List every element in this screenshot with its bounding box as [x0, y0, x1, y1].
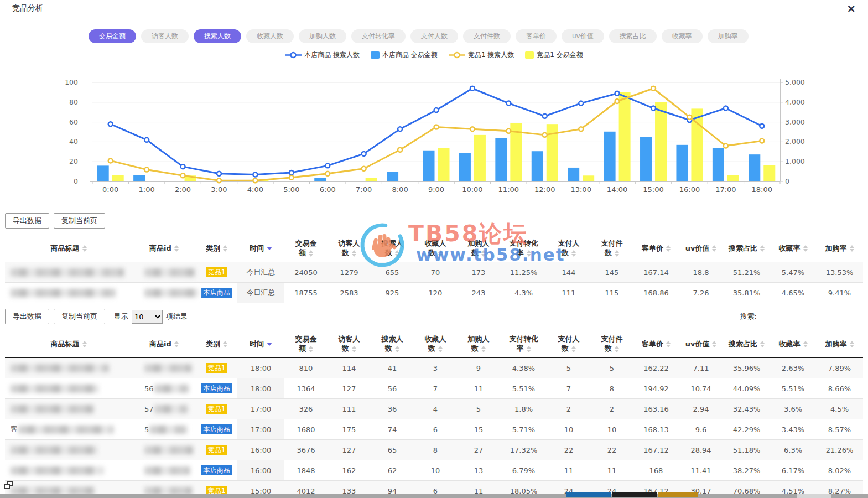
column-header[interactable]: 时间 — [237, 330, 284, 358]
horizontal-scrollbar[interactable] — [0, 494, 868, 498]
filter-button[interactable]: 搜索人数 — [194, 29, 241, 43]
filter-button[interactable]: 搜索占比 — [609, 29, 657, 43]
value-cell: 6.3% — [770, 440, 816, 460]
column-header[interactable]: 加购率 — [816, 330, 863, 358]
product-id-cell — [132, 358, 196, 378]
value-cell: 163.16 — [633, 399, 679, 419]
value-cell: 925 — [371, 283, 414, 303]
filter-button[interactable]: 客单价 — [516, 29, 557, 43]
column-header[interactable]: 收藏率 — [770, 234, 816, 262]
sort-icon — [174, 245, 179, 252]
column-header[interactable]: 搜索人数 — [371, 234, 414, 262]
filter-button[interactable]: 加购人数 — [299, 29, 346, 43]
filter-button[interactable]: 交易金额 — [89, 29, 136, 43]
column-header[interactable]: 交易金额 — [284, 330, 328, 358]
svg-text:8:00: 8:00 — [392, 185, 408, 194]
bottom-bar-segment-black — [612, 492, 657, 497]
column-header[interactable]: 收藏率 — [770, 330, 816, 358]
close-icon[interactable]: × — [846, 3, 856, 14]
value-cell: 162.22 — [633, 358, 679, 378]
value-cell: 11 — [457, 378, 500, 399]
sort-icon — [571, 346, 576, 352]
legend-line-marker — [285, 51, 302, 59]
value-cell: 5 — [590, 358, 633, 378]
svg-text:1:00: 1:00 — [139, 185, 155, 194]
export-data-button[interactable]: 导出数据 — [5, 213, 49, 229]
column-header[interactable]: 支付人数 — [547, 234, 590, 262]
filter-button[interactable]: 支付件数 — [463, 29, 511, 43]
column-header[interactable]: 收藏人数 — [414, 330, 457, 358]
page-size-select[interactable]: 10 — [132, 310, 163, 324]
column-header[interactable]: 商品id — [132, 330, 196, 358]
value-cell: 51.18% — [723, 440, 770, 460]
legend-label: 竞品1 交易金额 — [537, 50, 583, 60]
column-header[interactable]: 类别 — [196, 234, 237, 262]
column-header[interactable]: uv价值 — [679, 234, 723, 262]
column-header[interactable]: 商品标题 — [5, 330, 132, 358]
time-cell: 17:00 — [237, 399, 284, 419]
column-header[interactable]: uv价值 — [679, 330, 723, 358]
blurred-id — [144, 289, 199, 297]
filter-button[interactable]: 访客人数 — [141, 29, 189, 43]
svg-text:11:00: 11:00 — [498, 185, 519, 194]
column-header[interactable]: 支付转化率 — [500, 330, 547, 358]
column-header[interactable]: 支付转化率 — [500, 234, 547, 262]
sort-icon — [82, 341, 87, 347]
value-cell: 7.26 — [679, 283, 723, 303]
product-title-cell — [5, 460, 132, 481]
column-header[interactable]: 交易金额 — [284, 234, 328, 262]
filter-button[interactable]: 支付转化率 — [351, 29, 406, 43]
legend-item[interactable]: 竞品1 交易金额 — [525, 50, 583, 60]
value-cell: 7.89% — [816, 358, 863, 378]
filter-button[interactable]: uv价值 — [562, 29, 604, 43]
scrollbar-thumb[interactable] — [797, 494, 831, 498]
sort-icon — [850, 245, 854, 252]
legend-item[interactable]: 竞品1 搜索人数 — [449, 50, 514, 60]
column-header[interactable]: 客单价 — [633, 330, 679, 358]
column-header[interactable]: 客单价 — [633, 234, 679, 262]
column-header[interactable]: 类别 — [196, 330, 237, 358]
legend-label: 本店商品 搜索人数 — [304, 50, 360, 60]
column-header[interactable]: 商品id — [132, 234, 196, 262]
svg-text:16:00: 16:00 — [679, 185, 700, 194]
filter-button[interactable]: 支付人数 — [410, 29, 458, 43]
value-cell: 51.21% — [723, 262, 770, 283]
value-cell: 13 — [457, 460, 500, 481]
column-header[interactable]: 加购人数 — [457, 330, 500, 358]
column-header[interactable]: 加购率 — [816, 234, 863, 262]
sort-icon — [850, 341, 854, 347]
column-header[interactable]: 搜索占比 — [723, 234, 770, 262]
legend-item[interactable]: 本店商品 交易金额 — [371, 50, 438, 60]
value-cell: 10 — [590, 419, 633, 440]
column-header[interactable]: 支付件数 — [590, 234, 633, 262]
column-header[interactable]: 商品标题 — [5, 234, 132, 262]
category-badge: 竞品1 — [206, 445, 228, 455]
column-header[interactable]: 访客人数 — [328, 330, 371, 358]
copy-page-button[interactable]: 复制当前页 — [54, 309, 105, 324]
column-header[interactable]: 搜索占比 — [723, 330, 770, 358]
table-search-input[interactable] — [761, 310, 860, 323]
column-header[interactable]: 搜索人数 — [371, 330, 414, 358]
value-cell: 168.13 — [633, 419, 679, 440]
blurred-title — [11, 364, 109, 372]
title-prefix: 客 — [11, 425, 18, 433]
svg-text:3:00: 3:00 — [211, 185, 227, 194]
filter-button[interactable]: 加购率 — [708, 29, 749, 43]
filter-button[interactable]: 收藏人数 — [246, 29, 294, 43]
export-data-button[interactable]: 导出数据 — [5, 309, 49, 324]
filter-button[interactable]: 收藏率 — [662, 29, 703, 43]
results-label: 项结果 — [166, 312, 188, 321]
legend-item[interactable]: 本店商品 搜索人数 — [285, 50, 360, 60]
column-header[interactable]: 访客人数 — [328, 234, 371, 262]
product-title-cell — [5, 440, 132, 460]
id-prefix: 57 — [144, 405, 154, 413]
column-header[interactable]: 支付件数 — [590, 330, 633, 358]
column-header[interactable]: 时间 — [237, 234, 284, 262]
column-header[interactable]: 支付人数 — [547, 330, 590, 358]
chart-legend: 本店商品 搜索人数本店商品 交易金额竞品1 搜索人数竞品1 交易金额 — [0, 50, 868, 59]
value-cell: 15 — [457, 419, 500, 440]
column-header[interactable]: 加购人数 — [457, 234, 500, 262]
copy-page-button[interactable]: 复制当前页 — [54, 213, 105, 229]
column-header[interactable]: 收藏人数 — [414, 234, 457, 262]
restore-window-icon[interactable] — [4, 481, 13, 489]
